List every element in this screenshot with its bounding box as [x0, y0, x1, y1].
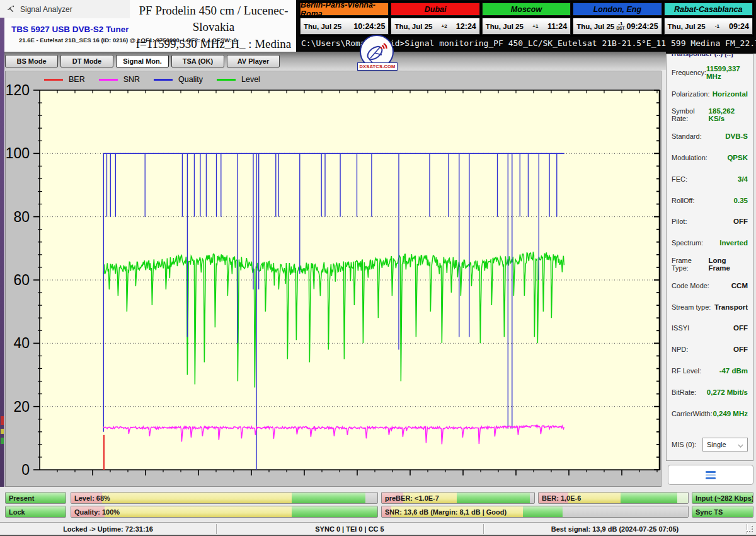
legend-item-ber: BER: [44, 75, 85, 84]
clock-time-rabat-casablanca: Thu, Jul 25-109:24: [664, 18, 753, 35]
sidebar-header-clipped: Transponder (..) [..]: [670, 54, 753, 60]
param-value: CCM: [731, 282, 748, 289]
clock-city-moscow: Moscow: [482, 3, 571, 16]
bar-label: Input (~282 Kbps): [696, 494, 753, 502]
svg-text:100: 100: [6, 145, 30, 161]
bar-segment-green: [292, 492, 365, 503]
status-bar: Locked -> Uptime: 72:31:16 SYNC 0 | TEI …: [0, 522, 756, 535]
legend-label: BER: [69, 75, 85, 84]
bar-segment-gray: [563, 506, 688, 517]
param-label: Spectrum:: [672, 239, 703, 247]
tab-av-player[interactable]: AV Player: [227, 55, 280, 67]
sync-ts-indicator: Sync TS: [692, 506, 753, 518]
signal-history-chart: 020406080100120: [6, 71, 661, 486]
legend-swatch: [217, 79, 236, 81]
param-row-polarization: Polarization:Horizontal: [667, 83, 753, 105]
param-value: 0,272 Mbit/s: [707, 388, 748, 396]
dxsatcs-logo: DXSATCS.COM: [357, 35, 399, 73]
svg-text:0: 0: [21, 462, 30, 478]
svg-text:20: 20: [13, 399, 30, 415]
param-value: -47 dBm: [719, 367, 748, 375]
clock-date: Thu, Jul 25: [576, 23, 614, 30]
dxsatcs-logo-text-box: DXSATCS.COM: [357, 62, 398, 71]
param-value: Inverted: [719, 239, 748, 247]
capture-button[interactable]: [668, 465, 753, 485]
param-label: NPD:: [672, 346, 688, 353]
param-row-frame-type: Frame Type:Long Frame: [667, 253, 753, 275]
param-value: OFF: [733, 218, 748, 225]
mis-value: Single: [707, 441, 726, 448]
param-row-modulation: Modulation:QPSK: [667, 147, 753, 168]
bar-label: preBER: <1.0E-7: [385, 494, 439, 502]
tab-strip: BS ModeDT ModeSignal Mon.TSA (OK)AV Play…: [5, 55, 280, 67]
clock-date: Thu, Jul 25: [304, 23, 341, 30]
clock-city-berlin-paris-vienna-roma: Berlin-Paris-Vienna-Roma: [300, 3, 389, 16]
tab-dt-mode[interactable]: DT Mode: [60, 55, 113, 67]
bar-label: BER: 1,0E-6: [542, 494, 581, 502]
bar-label: Lock: [9, 508, 25, 516]
world-clocks: Berlin-Paris-Vienna-RomaDubaiMoscowLondo…: [299, 1, 754, 37]
param-row-npd: NPD:OFF: [667, 339, 753, 360]
mis-dropdown[interactable]: Single: [702, 438, 748, 452]
param-label: Modulation:: [672, 154, 707, 161]
param-row-carrierwidth: CarrierWidth:0,249 MHz: [667, 403, 753, 424]
status-separator: [483, 524, 484, 534]
bar-segment-yellow: [102, 492, 292, 503]
bar-segment-palegreen: [677, 492, 688, 503]
param-label: Stream type:: [672, 303, 711, 311]
bar-segment-green: [457, 492, 530, 503]
signal-chart-panel: 020406080100120: [5, 71, 662, 487]
sidebar-header-text: Transponder (..) [..]: [670, 54, 753, 57]
param-value: Long Frame: [708, 257, 748, 272]
param-row-pilot: Pilot:OFF: [667, 211, 753, 233]
param-label: Frame Type:: [672, 257, 708, 272]
transponder-sidebar: Transponder (..) [..] Frequency:11599,33…: [666, 54, 753, 461]
svg-text:60: 60: [13, 272, 30, 288]
utc-offset: +2: [442, 24, 447, 29]
input-bitrate-indicator: Input (~282 Kbps): [692, 492, 753, 504]
resize-grip[interactable]: [747, 526, 754, 533]
param-row-issyi: ISSYIOFF: [667, 318, 753, 339]
chart-legend: BERSNRQualityLevel: [44, 74, 274, 84]
tab-signal-mon[interactable]: Signal Mon.: [116, 55, 169, 67]
status-best-signal: Best signal: 13,9 dB (2024-07-25 07:05): [483, 523, 747, 535]
tab-tsa-ok[interactable]: TSA (OK): [171, 55, 224, 67]
tuner-name: TBS 5927 USB DVB-S2 Tuner: [11, 25, 129, 34]
param-row-bitrate: BitRate:0,272 Mbit/s: [667, 382, 753, 403]
utc-offset: -1: [715, 24, 719, 29]
param-row-standard: Standard:DVB-S: [667, 125, 753, 147]
param-label: Pilot:: [672, 218, 687, 225]
bar-segment-green: [292, 506, 377, 517]
quality-bar: Quality: 100%: [71, 506, 378, 518]
bar-label: Quality: 100%: [74, 508, 120, 516]
app-window: Signal Analyzer TBS 5927 USB DVB-S2 Tune…: [0, 0, 756, 536]
param-label: FEC:: [672, 175, 687, 183]
dxsatcs-logo-text: DXSATCS.COM: [359, 64, 395, 69]
param-row-symbol-rate: Symbol Rate:185,262 KS/s: [667, 105, 753, 126]
status-sync-counters: SYNC 0 | TEI 0 | CC 5: [216, 523, 483, 535]
param-row-stream-type: Stream type:Transport: [667, 296, 753, 318]
chevron-down-icon: [738, 442, 743, 447]
bar-segment-yellow: [105, 506, 291, 517]
param-value: OFF: [733, 346, 748, 353]
present-indicator: Present: [5, 492, 66, 504]
param-value: 3/4: [738, 175, 748, 183]
clock-time-value: 11:24: [547, 22, 567, 31]
clock-date: Thu, Jul 25: [668, 23, 706, 30]
tab-bs-mode[interactable]: BS Mode: [5, 55, 58, 67]
param-value: Horizontal: [713, 90, 748, 98]
bar-segment-gray: [365, 492, 377, 503]
clock-time-london-eng: Thu, Jul 25-1DST09:24:25: [573, 18, 662, 35]
param-label: Polarization:: [672, 90, 710, 98]
mis-label: MIS (0):: [672, 441, 696, 448]
param-label: RF Level:: [672, 367, 701, 375]
status-separator: [216, 524, 217, 534]
lock-indicator: Lock: [5, 506, 66, 518]
utc-offset: -1DST: [616, 21, 624, 31]
legend-swatch: [44, 79, 63, 81]
svg-text:40: 40: [13, 335, 30, 351]
svg-text:120: 120: [6, 82, 30, 98]
legend-label: Quality: [178, 75, 203, 84]
bar-segment-gray: [530, 492, 534, 503]
param-value: 185,262 KS/s: [709, 107, 748, 122]
